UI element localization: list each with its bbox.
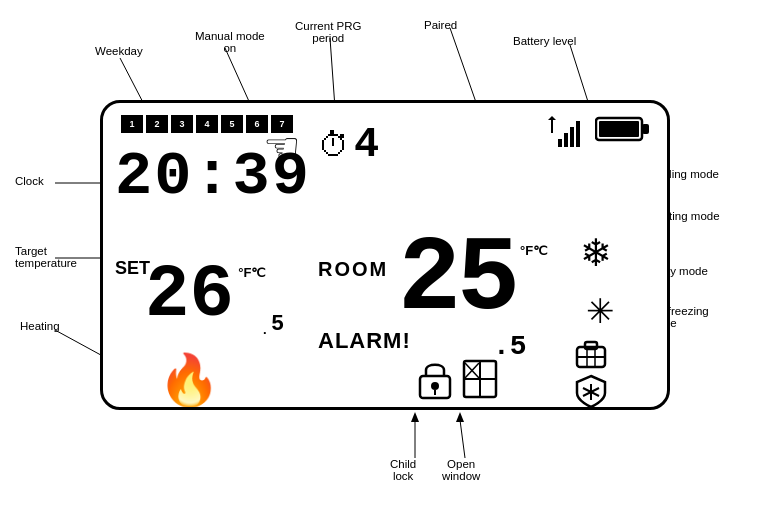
manual-mode-label: Manual modeon: [195, 30, 265, 54]
sun-icon: ✳: [586, 291, 614, 331]
prg-period-display: ⏱ 4: [318, 121, 379, 169]
target-temp-unit: °F℃: [238, 265, 266, 280]
svg-point-41: [431, 382, 439, 390]
svg-line-4: [570, 45, 590, 108]
weekday-5: 5: [221, 115, 243, 133]
room-temp-value: 25: [398, 228, 516, 333]
weekday-2: 2: [146, 115, 168, 133]
open-window-label: Openwindow: [442, 458, 480, 482]
prg-number: 4: [354, 121, 379, 169]
manual-mode-icon: ☜: [263, 123, 301, 172]
battery-icon: [595, 115, 651, 143]
clock-label: Clock: [15, 175, 44, 187]
svg-rect-30: [642, 124, 649, 134]
target-temp-value: 26: [145, 253, 234, 337]
flame-icon: 🔥: [158, 351, 220, 409]
weekday-label: Weekday: [95, 45, 143, 57]
svg-line-1: [225, 48, 252, 108]
battery-display: [595, 115, 651, 147]
paired-label: Paired: [424, 19, 457, 31]
heating-label: Heating: [20, 320, 60, 332]
svg-marker-23: [548, 116, 556, 120]
snowflake-icon: ❄: [580, 231, 612, 275]
svg-rect-26: [564, 133, 568, 147]
target-temp-display: 26 °F℃ . 5: [145, 253, 284, 337]
shield-icon: [573, 373, 609, 410]
svg-rect-27: [570, 127, 574, 147]
room-temp-unit: °F℃: [520, 243, 548, 258]
svg-line-2: [330, 38, 335, 108]
room-temp-display: 25 °F℃: [398, 228, 548, 333]
open-window-icon: [461, 358, 499, 404]
weekday-1: 1: [121, 115, 143, 133]
svg-marker-20: [411, 412, 419, 422]
target-temperature-label: Targettemperature: [15, 245, 77, 269]
signal-icon: [540, 115, 585, 150]
svg-marker-22: [456, 412, 464, 422]
svg-line-21: [460, 420, 465, 458]
svg-line-3: [450, 28, 478, 108]
current-prg-label: Current PRGperiod: [295, 20, 361, 44]
child-lock-label: Childlock: [390, 458, 416, 482]
room-label: ROOM: [318, 258, 388, 281]
svg-rect-25: [558, 139, 562, 147]
target-temp-dot: .: [263, 322, 267, 337]
svg-rect-31: [599, 121, 639, 137]
child-lock-icon: [416, 358, 454, 404]
suitcase-icon: [573, 335, 609, 375]
target-temp-decimal: 5: [271, 312, 284, 337]
thermostat-display: 1 2 3 4 5 6 7 20:39 ☜ ⏱ 4 SET 26: [100, 100, 670, 410]
weekday-4: 4: [196, 115, 218, 133]
room-temp-decimal: 5: [510, 331, 527, 362]
battery-level-label: Battery level: [513, 35, 576, 47]
svg-rect-28: [576, 121, 580, 147]
prg-icon: ⏱: [318, 127, 350, 164]
weekday-3: 3: [171, 115, 193, 133]
alarm-label: ALARM!: [318, 328, 411, 354]
